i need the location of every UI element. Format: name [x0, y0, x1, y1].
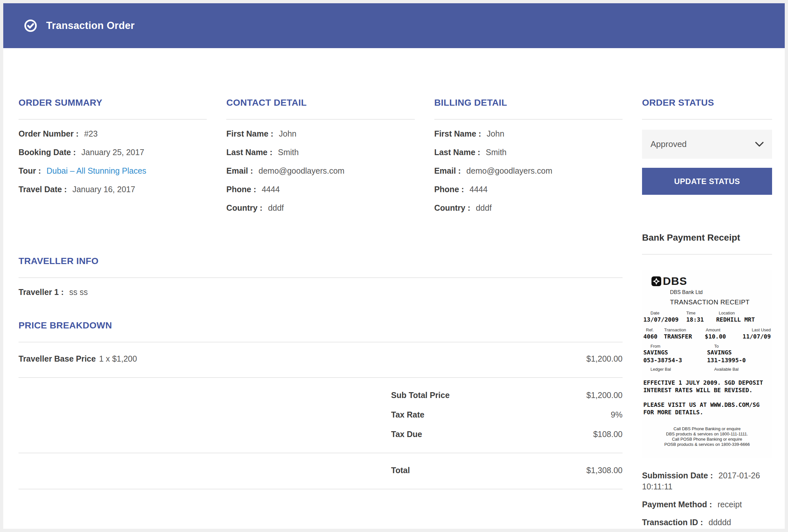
transaction-id-row: Transaction ID : ddddd: [642, 517, 772, 528]
contact-last-name-row: Last Name : Smith: [226, 148, 414, 156]
traveller-info-section: TRAVELLER INFO Traveller 1 : ss ss: [19, 256, 623, 296]
receipt-notice-2: PLEASE VISIT US AT WWW.DBS.COM/SG FOR MO…: [643, 401, 771, 416]
section-divider: [19, 277, 623, 278]
section-divider: [19, 119, 207, 120]
tour-link[interactable]: Dubai – All Stunning Places: [46, 166, 146, 175]
bank-payment-receipt-section: Bank Payment Receipt DBS: [642, 233, 772, 528]
main-column: ORDER SUMMARY Order Number : #23 Booking…: [19, 98, 623, 529]
bank-name: DBS Bank Ltd: [670, 290, 771, 295]
section-divider: [642, 254, 772, 255]
receipt-from-to: From SAVINGS 053-38754-3 To SAVINGS 131-…: [643, 344, 771, 364]
total-label: Total: [391, 466, 410, 475]
price-summary-block: Sub Total Price $1,200.00 Tax Rate 9% Ta…: [19, 378, 623, 453]
page-title: Transaction Order: [46, 20, 135, 32]
receipt-label-row-2: Ref. Transaction Amount Last Used: [643, 328, 771, 332]
receipt-balance-labels: Ledger Bal Available Bal: [643, 367, 771, 372]
sub-total-row: Sub Total Price $1,200.00: [19, 391, 623, 399]
receipt-footer: Call DBS Phone Banking or enquire DBS pr…: [642, 426, 772, 447]
tour-row: Tour : Dubai – All Stunning Places: [19, 166, 207, 175]
detail-sections-grid: ORDER SUMMARY Order Number : #23 Booking…: [19, 98, 623, 222]
base-price-label: Traveller Base Price: [19, 354, 96, 363]
base-price-line-item: Traveller Base Price 1 x $1,200 $1,200.0…: [19, 342, 623, 377]
order-number-row: Order Number : #23: [19, 130, 207, 138]
contact-country-row: Country : dddf: [226, 203, 414, 212]
billing-detail-heading: BILLING DETAIL: [434, 98, 623, 108]
section-divider: [642, 119, 772, 120]
billing-email-row: Email : demo@goodlayers.com: [434, 166, 623, 175]
booking-date-row: Booking Date : January 25, 2017: [19, 148, 207, 156]
submission-date-row: Submission Date : 2017-01-26 10:11:11: [642, 470, 772, 492]
sidebar-column: ORDER STATUS Approved UPDATE STATUS Bank: [642, 98, 772, 529]
price-breakdown-section: PRICE BREAKDOWN Traveller Base Price 1 x…: [19, 320, 623, 489]
billing-last-name-row: Last Name : Smith: [434, 148, 623, 156]
booking-date-value: January 25, 2017: [81, 147, 144, 157]
traveller-row: Traveller 1 : ss ss: [19, 288, 623, 296]
contact-email-row: Email : demo@goodlayers.com: [226, 166, 414, 175]
order-summary-heading: ORDER SUMMARY: [19, 98, 207, 108]
bank-receipt-image[interactable]: DBS DBS Bank Ltd TRANSACTION RECEIPT Dat…: [642, 270, 772, 458]
billing-first-name-row: First Name : John: [434, 130, 623, 138]
transaction-order-card: Transaction Order ORDER SUMMARY Order Nu…: [3, 3, 785, 529]
section-divider: [226, 119, 414, 120]
contact-detail-heading: CONTACT DETAIL: [226, 98, 414, 108]
header-bar: Transaction Order: [3, 3, 785, 48]
tax-rate-row: Tax Rate 9%: [19, 410, 623, 419]
receipt-value-row-1: 13/07/2009 18:31 REDHILL MRT: [643, 316, 771, 323]
receipt-doc-title: TRANSACTION RECEIPT: [670, 298, 771, 306]
receipt-notice-1: EFFECTIVE 1 JULY 2009. SGD DEPOSIT INTER…: [643, 379, 771, 394]
update-status-button[interactable]: UPDATE STATUS: [642, 168, 772, 195]
receipt-label-row-1: Date Time Location: [643, 311, 771, 315]
contact-first-name-row: First Name : John: [226, 130, 414, 138]
base-price-amount: $1,200.00: [587, 354, 623, 363]
order-summary-section: ORDER SUMMARY Order Number : #23 Booking…: [19, 98, 207, 222]
page-background: Transaction Order ORDER SUMMARY Order Nu…: [0, 0, 788, 532]
dbs-logo: DBS: [651, 275, 771, 288]
dbs-logo-icon: [651, 276, 662, 287]
order-status-section: ORDER STATUS Approved UPDATE STATUS: [642, 98, 772, 195]
receipt-to-column: To SAVINGS 131-13995-0: [707, 344, 771, 364]
order-status-selected-value: Approved: [650, 139, 687, 149]
billing-country-row: Country : dddf: [434, 203, 623, 212]
billing-phone-row: Phone : 4444: [434, 185, 623, 194]
tax-due-row: Tax Due $108.00: [19, 430, 623, 438]
section-divider: [434, 119, 623, 120]
order-status-heading: ORDER STATUS: [642, 98, 772, 108]
base-price-detail: 1 x $1,200: [99, 354, 137, 363]
billing-detail-section: BILLING DETAIL First Name : John Last Na…: [434, 98, 623, 222]
receipt-value-row-2: 4060 TRANSFER $10.00 11/07/09: [643, 333, 771, 340]
check-circle-icon: [24, 19, 37, 32]
order-status-select[interactable]: Approved: [642, 130, 772, 159]
price-breakdown-heading: PRICE BREAKDOWN: [19, 320, 623, 331]
contact-detail-section: CONTACT DETAIL First Name : John Last Na…: [226, 98, 414, 222]
payment-method-row: Payment Method : receipt: [642, 499, 772, 510]
order-number-value: #23: [84, 129, 98, 138]
bank-receipt-heading: Bank Payment Receipt: [642, 233, 772, 243]
receipt-from-column: From SAVINGS 053-38754-3: [643, 344, 707, 364]
chevron-down-icon: [755, 142, 764, 147]
total-row: Total $1,308.00: [19, 453, 623, 489]
contact-phone-row: Phone : 4444: [226, 185, 414, 194]
travel-date-row: Travel Date : January 16, 2017: [19, 185, 207, 194]
payment-info-block: Submission Date : 2017-01-26 10:11:11 Pa…: [642, 470, 772, 528]
total-amount: $1,308.00: [587, 466, 623, 475]
travel-date-value: January 16, 2017: [73, 185, 135, 194]
traveller-info-heading: TRAVELLER INFO: [19, 256, 623, 266]
content-area: ORDER SUMMARY Order Number : #23 Booking…: [3, 48, 785, 529]
price-divider: [19, 489, 623, 489]
